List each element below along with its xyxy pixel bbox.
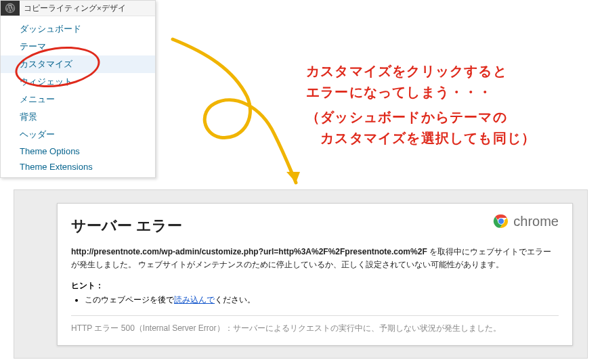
sidebar-item-theme-options[interactable]: Theme Options [1, 143, 155, 159]
wordpress-icon [5, 3, 16, 14]
sidebar-item-dashboard[interactable]: ダッシュボード [1, 20, 155, 38]
error-url: http://presentnote.com/wp-admin/customiz… [71, 247, 427, 256]
wp-adminbar: コピーライティング×デザイ [1, 1, 155, 16]
browser-name: chrome [513, 214, 559, 229]
sidebar-item-background[interactable]: 背景 [1, 108, 155, 126]
wp-site-title[interactable]: コピーライティング×デザイ [20, 3, 126, 14]
sidebar-item-header[interactable]: ヘッダー [1, 126, 155, 143]
curly-arrow-icon [166, 32, 308, 195]
hint-list: このウェブページを後で読み込んでください。 [85, 294, 559, 306]
wp-appearance-submenu: ダッシュボード テーマ カスタマイズ ウィジェット メニュー 背景 ヘッダー T… [1, 16, 155, 177]
sidebar-item-theme-extensions[interactable]: Theme Extensions [1, 159, 155, 175]
error-description: http://presentnote.com/wp-admin/customiz… [71, 246, 559, 271]
browser-brand: chrome [493, 213, 559, 229]
wp-sidebar-flyout: コピーライティング×デザイ ダッシュボード テーマ カスタマイズ ウィジェット … [0, 0, 156, 178]
hint-label: ヒント： [71, 280, 559, 292]
hint-text-post: ください。 [215, 295, 255, 304]
annotation-line: カスタマイズを選択しても同じ） [306, 128, 536, 149]
error-card: chrome サーバー エラー http://presentnote.com/w… [57, 203, 573, 346]
wp-logo-cell[interactable] [1, 1, 20, 16]
http-status-line: HTTP エラー 500（Internal Server Error）：サーバー… [71, 323, 559, 334]
hint-item: このウェブページを後で読み込んでください。 [85, 294, 559, 306]
annotation-text: カスタマイズをクリックすると エラーになってしまう・・・ （ダッシュボードからテ… [306, 61, 536, 149]
annotation-line: （ダッシュボードからテーマの [306, 107, 536, 128]
error-title: サーバー エラー [71, 216, 559, 236]
sidebar-item-menus[interactable]: メニュー [1, 91, 155, 108]
reload-link[interactable]: 読み込んで [174, 295, 215, 304]
divider [71, 315, 559, 316]
annotation-line: カスタマイズをクリックすると [306, 61, 536, 82]
hint-text-pre: このウェブページを後で [85, 295, 174, 304]
chrome-icon [493, 213, 509, 229]
annotation-line: エラーになってしまう・・・ [306, 82, 536, 103]
